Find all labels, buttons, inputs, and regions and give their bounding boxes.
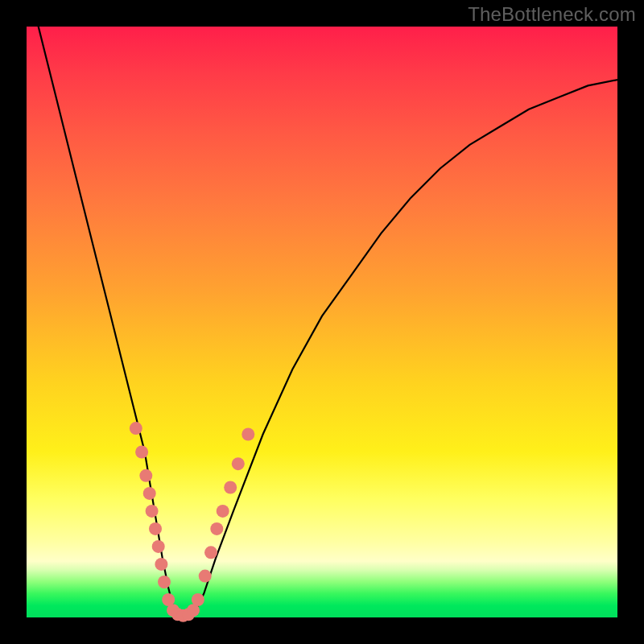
data-marker	[242, 428, 254, 441]
watermark-text: TheBottleneck.com	[468, 3, 636, 26]
data-marker	[152, 540, 165, 553]
data-marker	[210, 522, 223, 535]
data-marker	[146, 505, 159, 518]
data-markers	[130, 422, 254, 622]
data-marker	[199, 570, 212, 583]
data-marker	[204, 546, 217, 559]
data-marker	[143, 487, 156, 500]
data-marker	[224, 481, 237, 494]
data-marker	[149, 522, 162, 535]
chart-svg	[27, 27, 617, 617]
data-marker	[155, 558, 167, 571]
bottleneck-curve	[39, 10, 617, 617]
data-marker	[217, 505, 229, 518]
data-marker	[135, 446, 148, 459]
data-marker	[192, 593, 204, 606]
data-marker	[232, 457, 245, 470]
plot-area	[27, 27, 617, 617]
data-marker	[139, 469, 152, 482]
data-marker	[130, 422, 142, 435]
chart-frame: TheBottleneck.com	[0, 0, 644, 644]
data-marker	[158, 576, 171, 588]
